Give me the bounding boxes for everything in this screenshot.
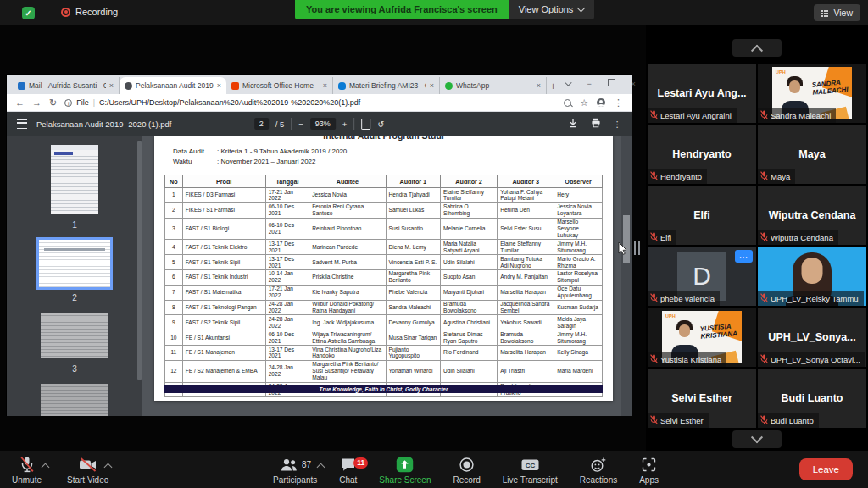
info-icon[interactable]: i <box>64 99 72 107</box>
table-row: 12FE / S2 Manajemen & EMBA24-28 Jan 2022… <box>165 360 603 382</box>
pdf-more-icon[interactable]: ⋮ <box>614 119 622 129</box>
url-text: C:/Users/UPH/Desktop/Pelaksanaan%20Audit… <box>99 98 360 107</box>
pdf-thumbnail-page-2[interactable] <box>39 240 110 287</box>
page-number-input[interactable]: 2 <box>254 118 269 130</box>
view-button[interactable]: View <box>814 4 860 21</box>
participant-tile-selvi-esther[interactable]: Selvi EstherSelvi Esther <box>648 369 756 428</box>
scroll-participants-down-button[interactable] <box>732 430 782 448</box>
chat-button[interactable]: 11Chat <box>339 451 357 488</box>
tab-search-icon[interactable] <box>556 75 578 94</box>
participant-tile-lestari-ayu-angraini[interactable]: Lestari Ayu Ang...Lestari Ayu Angraini <box>648 64 756 123</box>
tab-close-icon[interactable]: × <box>217 82 221 90</box>
participant-tile-hendryanto[interactable]: HendryantoHendryanto <box>648 125 756 184</box>
download-icon[interactable] <box>568 118 578 130</box>
table-row: 7FAST / S1 Matematika17-21 Jan 2022Kie I… <box>165 285 603 300</box>
url-bar[interactable]: i File | C:/Users/UPH/Desktop/Pelaksanaa… <box>64 98 556 107</box>
apps-button[interactable]: Apps <box>639 451 659 488</box>
participant-tile-sandra-maleachi[interactable]: UPHSANDRA MALEACHISandra Maleachi <box>758 64 866 123</box>
browser-tab-microsoft-office-home[interactable]: Microsoft Office Home× <box>226 77 333 94</box>
participant-tile-elfi[interactable]: ElfiElfi <box>648 186 756 245</box>
maximize-button[interactable] <box>600 75 622 94</box>
participant-more-button[interactable]: ... <box>735 250 753 263</box>
view-options-label: View Options <box>519 0 574 19</box>
browser-tab-pelaksanaan-audit-2019-20[interactable]: Pelaksanaan Audit 2019- 20× <box>120 77 226 94</box>
pdf-menu-icon[interactable] <box>17 119 27 129</box>
participants-button[interactable]: 87Participants <box>273 451 317 488</box>
chevron-up-icon[interactable] <box>41 463 49 472</box>
browser-addressbar: ← → ↻ i File | C:/Users/UPH/Desktop/Pela… <box>7 94 632 112</box>
participant-tile-uph-lv-reisky-tammu[interactable]: UPH_LV_Reisky Tammu <box>758 247 866 306</box>
leave-button[interactable]: Leave <box>799 458 853 480</box>
table-header: Auditor 3 <box>498 175 554 188</box>
table-row: 9FAST / S2 Teknik Sipil24-28 Jan 2022Ing… <box>165 315 603 330</box>
participant-tile-phebe-valencia[interactable]: D...phebe valencia <box>648 247 756 306</box>
share-screen-button[interactable]: Share Screen <box>379 451 431 488</box>
forward-button[interactable]: → <box>32 97 42 108</box>
tab-close-icon[interactable]: × <box>323 82 327 90</box>
bookmark-star-icon[interactable]: ☆ <box>580 97 588 108</box>
pdf-page: Internal Audit Program Studi Data Audit:… <box>154 136 613 401</box>
security-shield-icon[interactable]: ✓ <box>22 7 35 19</box>
pdf-thumbnail-page-4[interactable] <box>41 384 108 416</box>
participant-tile-wiputra-cendana[interactable]: Wiputra CendanaWiputra Cendana <box>758 186 866 245</box>
scroll-participants-up-button[interactable] <box>732 39 782 57</box>
participant-name-label: phebe valencia <box>648 291 720 306</box>
pdf-thumbnail-page-1[interactable] <box>51 145 98 214</box>
zoom-page-icon[interactable] <box>564 99 571 107</box>
unmute-label: Unmute <box>12 475 42 485</box>
live-transcript-button[interactable]: CCLive Transcript <box>503 451 558 488</box>
apps-label: Apps <box>639 475 659 485</box>
chat-icon: 11 <box>339 456 357 473</box>
participant-tile-maya[interactable]: MayaMaya <box>758 125 866 184</box>
participant-name-label: Elfi <box>648 230 676 245</box>
zoom-in-button[interactable]: + <box>342 119 348 129</box>
reactions-button[interactable]: Reactions <box>580 451 617 488</box>
live-transcript-label: Live Transcript <box>503 475 558 485</box>
onedrive-tab-icon <box>338 82 346 90</box>
thumbnail-scrollbar[interactable] <box>137 141 142 380</box>
chevron-up-icon[interactable] <box>317 463 326 472</box>
chat-label: Chat <box>339 475 357 485</box>
back-button[interactable]: ← <box>15 97 25 108</box>
browser-tabstrip: Mail - Aufrida Susanti - Outl×Pelaksanaa… <box>7 75 632 94</box>
chevron-up-icon[interactable] <box>103 463 112 472</box>
pdf-thumbnail-panel: 123 <box>7 136 142 416</box>
view-options-button[interactable]: View Options <box>509 0 595 19</box>
tab-close-icon[interactable]: × <box>430 82 434 90</box>
zoom-level-value[interactable]: 93% <box>310 118 336 130</box>
pdf-thumbnail-page-3[interactable] <box>41 313 108 358</box>
browser-tab-materi-briefing-ami23-one[interactable]: Materi Briefing AMI23 - One× <box>333 77 440 94</box>
muted-mic-icon <box>650 232 658 243</box>
participant-tile-budi-luanto[interactable]: Budi LuantoBudi Luanto <box>758 369 866 428</box>
chevron-down-icon <box>577 4 586 13</box>
record-button[interactable]: Record <box>453 451 480 488</box>
browser-tab-whatsapp[interactable]: WhatsApp× <box>440 77 547 94</box>
reload-button[interactable]: ↻ <box>49 97 57 108</box>
participant-tile-yustisia-kristiana[interactable]: UPHYUSTISIA KRISTIANAYustisia Kristiana <box>648 308 756 367</box>
print-icon[interactable] <box>591 118 601 130</box>
browser-tab-mail-aufrida-susanti-outl[interactable]: Mail - Aufrida Susanti - Outl× <box>13 77 120 94</box>
tab-title: Mail - Aufrida Susanti - Outl <box>29 81 106 90</box>
panel-resize-handle[interactable] <box>634 241 640 255</box>
uph-logo: UPH <box>776 69 786 75</box>
rotate-icon[interactable]: ↺ <box>377 119 384 129</box>
document-title: Internal Audit Program Studi <box>154 136 613 141</box>
audit-schedule-table: NoProdiTanggalAuditeeAuditor 1Auditor 2A… <box>164 175 603 397</box>
unmute-button[interactable]: Unmute <box>12 451 42 488</box>
minimize-button[interactable]: − <box>578 75 600 94</box>
table-header: Prodi <box>182 175 265 188</box>
new-tab-button[interactable]: + <box>550 79 556 94</box>
tab-close-icon[interactable]: × <box>109 82 114 90</box>
participant-name-label: UPH_LV_Reisky Tammu <box>758 291 864 306</box>
outlook-tab-icon <box>18 82 25 90</box>
tab-close-icon[interactable]: × <box>537 82 541 90</box>
fit-page-icon[interactable] <box>361 119 370 130</box>
participant-tile-uph-lv-sonya-octavi[interactable]: UPH_LV_Sonya...UPH_LV_Sonya Octavi... <box>758 308 866 367</box>
start-video-button[interactable]: Start Video <box>67 451 108 488</box>
recording-label: Recording <box>75 7 118 17</box>
pdf-scrollbar[interactable] <box>621 136 632 416</box>
browser-menu-icon[interactable]: ⋮ <box>614 97 623 108</box>
zoom-out-button[interactable]: − <box>298 119 303 129</box>
close-window-button[interactable]: × <box>622 75 644 94</box>
profile-avatar-icon[interactable] <box>597 98 605 107</box>
